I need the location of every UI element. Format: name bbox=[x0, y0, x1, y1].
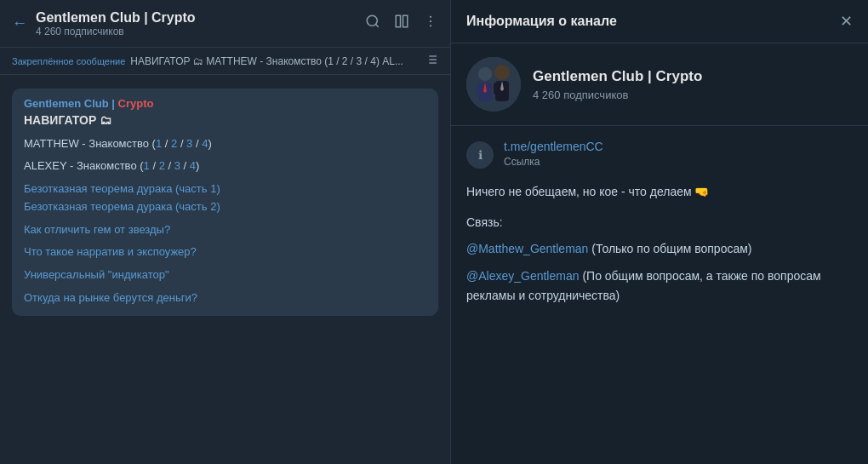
contacts-header: Связь: bbox=[466, 213, 853, 232]
left-panel: ← Gentlemen Club | Crypto 4 260 подписчи… bbox=[0, 0, 451, 464]
channel-name: Gentlemen Club | Crypto bbox=[533, 68, 702, 85]
matthew-section: MATTHEW - Знакомство (1 / 2 / 3 / 4) bbox=[24, 135, 426, 152]
contact1-text: (Только по общим вопросам) bbox=[588, 242, 751, 255]
matthew-link-1[interactable]: 1 bbox=[156, 137, 162, 150]
contact1-row: @Matthew_Gentleman (Только по общим вопр… bbox=[466, 239, 853, 258]
svg-rect-22 bbox=[504, 83, 509, 95]
svg-point-0 bbox=[367, 15, 377, 26]
navigator-title: НАВИГАТОР 🗂 bbox=[24, 113, 426, 127]
link-item-2[interactable]: Как отличить гем от звезды? bbox=[24, 221, 426, 239]
link-item-5[interactable]: Откуда на рынке берутся деньги? bbox=[24, 289, 426, 307]
svg-rect-16 bbox=[477, 84, 482, 96]
links-section-2: Как отличить гем от звезды? bbox=[24, 221, 426, 239]
alexey-link-1[interactable]: 1 bbox=[144, 159, 150, 172]
channel-avatar bbox=[466, 57, 521, 112]
alexey-label: ALEXEY - Знакомство (1 / 2 / 3 / 4) bbox=[24, 159, 199, 172]
alexey-section: ALEXEY - Знакомство (1 / 2 / 3 / 4) bbox=[24, 158, 426, 175]
svg-rect-3 bbox=[403, 15, 408, 27]
pin-list-icon bbox=[425, 53, 438, 69]
channel-header: ← Gentlemen Club | Crypto 4 260 подписчи… bbox=[0, 0, 450, 48]
link-item-0[interactable]: Безотказная теорема дурака (часть 1) bbox=[24, 180, 426, 198]
search-icon[interactable] bbox=[365, 14, 380, 33]
svg-point-5 bbox=[430, 20, 431, 22]
alexey-link-2[interactable]: 2 bbox=[159, 159, 165, 172]
svg-point-19 bbox=[494, 65, 510, 80]
links-section-3: Что такое нарратив и экспоужер? bbox=[24, 243, 426, 261]
contacts-section: Связь: @Matthew_Gentleman (Только по общ… bbox=[466, 213, 853, 305]
contact1-mention[interactable]: @Matthew_Gentleman bbox=[466, 242, 588, 255]
info-body: ℹ t.me/gentlemenCC Ссылка Ничего не обещ… bbox=[451, 126, 868, 464]
pinned-message-bar[interactable]: Закреплённое сообщение НАВИГАТОР 🗂 MATTH… bbox=[0, 48, 450, 75]
link-row: ℹ t.me/gentlemenCC Ссылка bbox=[466, 140, 853, 169]
links-section-4: Универсальный "индикатор" bbox=[24, 266, 426, 284]
svg-rect-13 bbox=[466, 57, 521, 112]
links-section: Безотказная теорема дурака (часть 1) Без… bbox=[24, 180, 426, 216]
links-section-5: Откуда на рынке берутся деньги? bbox=[24, 289, 426, 307]
matthew-label: MATTHEW - Знакомство (1 / 2 / 3 / 4) bbox=[24, 137, 212, 150]
right-panel-title: Информация о канале bbox=[466, 14, 617, 29]
svg-point-14 bbox=[478, 67, 492, 81]
matthew-link-4[interactable]: 4 bbox=[202, 137, 208, 150]
info-icon: ℹ bbox=[466, 141, 494, 169]
channel-subscriber-count: 4 260 подписчиков bbox=[533, 89, 702, 101]
svg-rect-21 bbox=[494, 83, 499, 95]
header-info: Gentlemen Club | Crypto 4 260 подписчико… bbox=[36, 10, 365, 37]
svg-point-4 bbox=[430, 16, 431, 18]
channel-link[interactable]: t.me/gentlemenCC bbox=[504, 140, 603, 153]
sender-name: Gentlemen Club | Crypto bbox=[24, 97, 426, 110]
pinned-text: НАВИГАТОР 🗂 MATTHEW - Знакомство (1 / 2 … bbox=[130, 55, 418, 67]
contact2-mention[interactable]: @Alexey_Gentleman bbox=[466, 269, 580, 283]
link-label: Ссылка bbox=[504, 156, 540, 168]
svg-rect-2 bbox=[396, 15, 400, 27]
channel-title: Gentlemen Club | Crypto bbox=[36, 10, 365, 26]
subscriber-count: 4 260 подписчиков bbox=[36, 26, 365, 37]
link-item-3[interactable]: Что такое нарратив и экспоужер? bbox=[24, 243, 426, 261]
close-button[interactable]: ✕ bbox=[840, 12, 853, 31]
alexey-link-4[interactable]: 4 bbox=[190, 159, 196, 172]
message-area: Gentlemen Club | Crypto НАВИГАТОР 🗂 MATT… bbox=[0, 75, 450, 464]
svg-rect-17 bbox=[487, 84, 492, 96]
message-bubble: Gentlemen Club | Crypto НАВИГАТОР 🗂 MATT… bbox=[12, 89, 438, 316]
header-icons bbox=[365, 14, 438, 33]
contact2-row: @Alexey_Gentleman (По общим вопросам, а … bbox=[466, 266, 853, 305]
more-icon[interactable] bbox=[423, 14, 438, 33]
matthew-link-3[interactable]: 3 bbox=[186, 137, 192, 150]
svg-line-1 bbox=[375, 24, 378, 26]
svg-point-6 bbox=[430, 25, 431, 26]
right-header: Информация о канале ✕ bbox=[451, 0, 868, 43]
link-item-1[interactable]: Безотказная теорема дурака (часть 2) bbox=[24, 198, 426, 216]
channel-text-info: Gentlemen Club | Crypto 4 260 подписчико… bbox=[533, 68, 702, 101]
back-button[interactable]: ← bbox=[12, 14, 27, 32]
right-panel: Информация о канале ✕ bbox=[451, 0, 868, 464]
link-item-4[interactable]: Универсальный "индикатор" bbox=[24, 266, 426, 284]
matthew-link-2[interactable]: 2 bbox=[171, 137, 177, 150]
columns-icon[interactable] bbox=[394, 14, 409, 33]
channel-info-header: Gentlemen Club | Crypto 4 260 подписчико… bbox=[451, 43, 868, 126]
channel-description: Ничего не обещаем, но кое - что делаем 🤜 bbox=[466, 182, 853, 201]
link-content: t.me/gentlemenCC Ссылка bbox=[504, 140, 603, 169]
pinned-label: Закреплённое сообщение bbox=[12, 56, 125, 66]
alexey-link-3[interactable]: 3 bbox=[174, 159, 180, 172]
